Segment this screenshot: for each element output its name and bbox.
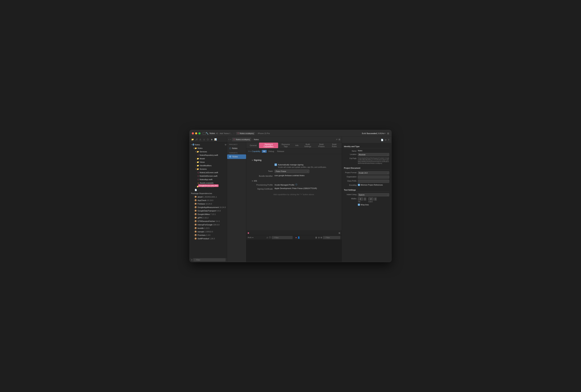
- sidebar-toggle[interactable]: [202, 132, 206, 135]
- pkg-item-leveldb[interactable]: › 📦 leveldb 1.22.5: [190, 226, 227, 230]
- filter-input[interactable]: [196, 259, 224, 261]
- indent-stepper-row: 2 ▲ ▼: [368, 197, 377, 201]
- indent-stepper-btns: ▲ ▼: [374, 198, 377, 201]
- sidebar-item-views[interactable]: › 📁 Views: [190, 160, 227, 164]
- maximize-console-icon[interactable]: ⊞: [338, 232, 340, 234]
- pkg-item-googledatatransport[interactable]: › 📦 GoogleDataTransport 9.4.0: [190, 209, 227, 213]
- help-icon[interactable]: ?: [388, 139, 389, 141]
- add-filter-button[interactable]: +: [191, 258, 192, 261]
- wrap-lines-checkbox[interactable]: ✓: [358, 204, 360, 206]
- tab-signing[interactable]: Signing & Capabilities: [259, 143, 278, 148]
- sidebar-report-icon[interactable]: 📊: [214, 138, 217, 141]
- pkg-item-grpc[interactable]: › 📦 gRPC 1.62.2: [190, 216, 227, 219]
- class-prefix-input[interactable]: [358, 180, 389, 183]
- file-tab[interactable]: ⬡ Notes.xcodeproj: [236, 132, 255, 135]
- sidebar-test-icon[interactable]: ◇: [202, 138, 206, 141]
- scope-release[interactable]: Release: [276, 150, 286, 153]
- more-icon[interactable]: ⊞: [338, 138, 340, 141]
- person-icon[interactable]: 👤: [298, 236, 300, 239]
- sidebar-item-notes-group[interactable]: ▾ 📂 Notes: [190, 146, 227, 150]
- sidebar-item-notesapp[interactable]: ⬡ NotesApp.swift: [190, 178, 227, 181]
- tab-general[interactable]: General: [248, 144, 259, 147]
- pkg-item-abseil[interactable]: › 📦 abseil 1.2024011601.1: [190, 195, 227, 199]
- add-capability-button[interactable]: + + Capability: [248, 150, 260, 152]
- org-value: [358, 175, 389, 179]
- project-item-notes[interactable]: ⬡ Notes: [227, 146, 246, 151]
- pkg-item-swiftprotobuf[interactable]: › 📦 SwiftProtobuf 1.26.0: [190, 237, 227, 240]
- pkg-chevron-icon: ›: [193, 196, 194, 198]
- encoding-checkbox-row: ✓ Minimize Project References: [358, 184, 389, 186]
- chevron-icon: ▾: [190, 144, 192, 146]
- tab-stepper: 2 ▲ ▼ Tab: [358, 197, 366, 203]
- location-label: Location: [344, 153, 358, 155]
- sidebar-item-screens[interactable]: ▾ 📂 Screens: [190, 167, 227, 171]
- ios-header: ▾ iOS: [252, 180, 336, 182]
- org-input[interactable]: [358, 175, 389, 179]
- indent-using-select[interactable]: Spaces ⌄: [358, 193, 389, 196]
- sidebar-item-noteeditscreen[interactable]: ⬡ NoteEditScreen.swift: [190, 174, 227, 178]
- trash-icon[interactable]: 🗑: [315, 236, 317, 239]
- indent-stepper-up[interactable]: ▲: [374, 198, 377, 199]
- sidebar-debug-icon[interactable]: ⬡: [206, 138, 209, 141]
- scope-debug[interactable]: Debug: [267, 150, 275, 153]
- indent-stepper-down[interactable]: ▼: [374, 199, 377, 201]
- close-button[interactable]: [192, 132, 194, 134]
- maximize-button[interactable]: [198, 132, 200, 134]
- tab-info[interactable]: Info: [293, 144, 300, 147]
- sidebar-breakpoint-icon[interactable]: ◆: [210, 138, 213, 141]
- cap-toolbar: + + Capability All Debug Release: [246, 148, 342, 154]
- sidebar-folder-icon[interactable]: 📁: [191, 138, 194, 141]
- expand-icon[interactable]: ⊞: [320, 236, 322, 239]
- sidebar-source-icon[interactable]: ⎇: [195, 138, 198, 141]
- tab-build-phases[interactable]: Build Phases: [315, 143, 328, 148]
- source-filter-input[interactable]: [274, 237, 292, 239]
- source-warning-icon[interactable]: ⚠: [266, 236, 268, 239]
- model-folder-icon: 📁: [197, 158, 199, 160]
- minimize-button[interactable]: [195, 132, 197, 134]
- sidebar-item-plist[interactable]: GoogleService-Info.plist 📄 ...: [190, 188, 227, 192]
- history-icon[interactable]: ⟳: [385, 139, 386, 141]
- team-select[interactable]: Peter Friese ⌄: [274, 170, 309, 173]
- tab-stepper-down[interactable]: ▼: [364, 199, 366, 201]
- panel-toggle-icon[interactable]: ⊞: [387, 132, 389, 135]
- sidebar-item-notes-repository[interactable]: ⬡ NotesRepository.swift: [190, 153, 227, 157]
- add-button[interactable]: +: [384, 132, 386, 135]
- sidebar-item-root-notes[interactable]: ▾ 🅐 Notes M: [190, 143, 227, 146]
- pkg-item-interopforgoogle[interactable]: › 📦 InteropForGoogle 100.0.0: [190, 223, 227, 226]
- scope-all[interactable]: All: [262, 150, 267, 153]
- pkg-item-appcheck[interactable]: › 📦 AppCheck 10.19.0: [190, 199, 227, 202]
- breadcrumb-tab[interactable]: ⬡ Notes.xcodeproj: [232, 138, 251, 141]
- tab-build-rules[interactable]: Build Rules: [328, 143, 340, 148]
- pkg-item-nanopb[interactable]: › 📦 nanopb 2.30910.0: [190, 230, 227, 233]
- targets-item-notes[interactable]: 🅐 Notes: [227, 154, 246, 159]
- sidebar-warning-icon[interactable]: ⚠: [199, 138, 202, 141]
- sidebar-item-services[interactable]: ▾ 📂 Services: [190, 150, 227, 153]
- proj-format-select[interactable]: Xcode 14.0 ⌄: [358, 171, 389, 174]
- pkg-chevron-icon: ›: [193, 217, 194, 219]
- share-icon[interactable]: ↗: [336, 138, 338, 141]
- location-select[interactable]: Absolute ⌄: [358, 153, 389, 156]
- nav-back-icon[interactable]: ‹: [228, 138, 229, 141]
- nav-forward-icon[interactable]: ›: [230, 138, 231, 141]
- auto-manage-checkbox[interactable]: ✓: [274, 163, 277, 166]
- sidebar-item-assets[interactable]: 🗂 Assets.xcassets: [190, 181, 227, 185]
- split-icon[interactable]: ⊟: [318, 236, 320, 239]
- sidebar-item-viewmodifiers[interactable]: › 📁 ViewModifiers: [190, 164, 227, 167]
- info-icon[interactable]: ⓘ: [295, 183, 297, 186]
- pkg-item-googleutilities[interactable]: › 📦 GoogleUtilities 7.13.1: [190, 213, 227, 216]
- tab-stepper-up[interactable]: ▲: [364, 198, 366, 199]
- debug-filter-input[interactable]: [326, 237, 339, 239]
- plus-icon: +: [248, 150, 250, 152]
- file-inspector-icon[interactable]: 📄: [381, 139, 384, 141]
- chevron-icon: ▾: [192, 147, 194, 149]
- source-info-icon[interactable]: ⓘ: [269, 236, 271, 239]
- pkg-item-promises[interactable]: › 📦 Promises 2.4.0: [190, 233, 227, 237]
- tab-build-settings[interactable]: Build Settings: [301, 143, 314, 148]
- sidebar-item-model[interactable]: › 📁 Model: [190, 157, 227, 160]
- pkg-item-googleappmeasurement[interactable]: › 📦 GoogleAppMeasurement 10.24.0: [190, 206, 227, 209]
- encoding-checkbox[interactable]: ✓: [358, 184, 360, 186]
- pkg-item-firebase[interactable]: › 📦 Firebase 10.24.0: [190, 202, 227, 206]
- tab-resource-tags[interactable]: Resource Tags: [278, 143, 293, 148]
- sidebar-item-noteslistscreen[interactable]: ⬡ NotesListScreen.swift: [190, 171, 227, 174]
- pkg-item-gtmsessionfetcher[interactable]: › 📦 GTMSessionFetcher 3.4.1: [190, 219, 227, 223]
